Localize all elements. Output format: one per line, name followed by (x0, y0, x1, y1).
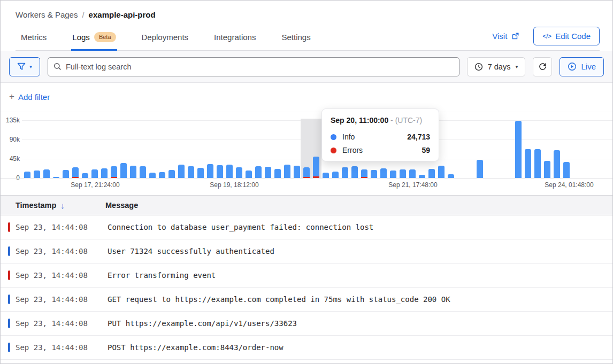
tab-deployments[interactable]: Deployments (141, 28, 190, 51)
chart-bar[interactable] (188, 166, 194, 178)
chart-bar[interactable] (43, 169, 50, 178)
sort-desc-icon: ↓ (60, 201, 65, 210)
log-row[interactable]: Sep 23, 14:44:08POST https://example.com… (1, 336, 612, 360)
chart-bar[interactable] (159, 172, 165, 178)
chart-bar[interactable] (342, 167, 348, 178)
add-filter-button[interactable]: + Add filter (9, 91, 50, 102)
chart-bar[interactable] (53, 177, 59, 178)
filter-button[interactable]: ▾ (9, 57, 40, 76)
chart-bar[interactable] (111, 166, 117, 178)
tab-label: Logs (72, 33, 90, 42)
visit-link[interactable]: Visit (492, 32, 519, 41)
chart-baseline (1, 178, 612, 179)
error-segment (313, 176, 319, 178)
code-icon: </> (542, 32, 551, 40)
chart-bar[interactable] (400, 169, 406, 178)
chart-bar[interactable] (63, 170, 69, 178)
chart-bar[interactable] (332, 172, 339, 178)
tooltip-rows: Info24,713Errors59 (331, 133, 430, 154)
chart-bar[interactable] (255, 166, 262, 178)
chart-bar[interactable] (515, 121, 522, 178)
error-segment (72, 177, 79, 178)
chart-bar[interactable] (371, 170, 377, 178)
chart-bar[interactable] (24, 172, 30, 178)
column-header-timestamp[interactable]: Timestamp ↓ (1, 201, 105, 210)
chart-bar[interactable] (409, 169, 416, 178)
chart-bar[interactable] (265, 167, 271, 178)
tab-settings[interactable]: Settings (280, 28, 311, 51)
time-range-button[interactable]: 7 days ▾ (467, 57, 526, 76)
tooltip-series-value: 24,713 (407, 133, 430, 141)
timestamp-cell: Sep 23, 14:44:08 (10, 295, 108, 304)
tooltip-series-label: Info (342, 133, 355, 141)
chart-bar[interactable] (419, 175, 425, 178)
time-range-label: 7 days (488, 63, 511, 71)
chart-bar[interactable] (544, 161, 550, 178)
chart-bar[interactable] (313, 157, 319, 178)
chart-bar[interactable] (361, 169, 367, 178)
refresh-button[interactable] (533, 57, 552, 76)
chart-bar[interactable] (91, 169, 98, 178)
chart-bar[interactable] (207, 164, 213, 178)
chart-bar[interactable] (380, 168, 387, 178)
chart-bar[interactable] (448, 174, 454, 178)
chart-bar[interactable] (168, 170, 175, 178)
tab-logs[interactable]: LogsBeta (71, 28, 117, 51)
chart-bar[interactable] (101, 168, 108, 178)
tab-integrations[interactable]: Integrations (213, 28, 257, 51)
visit-label: Visit (492, 32, 507, 41)
log-row[interactable]: Sep 23, 14:44:08GET request to https://e… (1, 288, 612, 312)
table-body: Sep 23, 14:44:08Connection to database u… (1, 215, 612, 360)
edit-code-button[interactable]: </> Edit Code (533, 27, 600, 45)
timestamp-cell: Sep 23, 14:44:08 (10, 247, 108, 255)
x-axis-label: Sep 17, 21:24:00 (71, 181, 119, 189)
chart-bar[interactable] (274, 169, 281, 178)
chart-bar[interactable] (130, 166, 136, 178)
chart-bar[interactable] (72, 167, 79, 178)
chart-bar[interactable] (534, 149, 541, 178)
workers-logs-page: Workers & Pages / example-api-prod Metri… (0, 0, 613, 364)
legend-dot (331, 134, 336, 140)
chart-bar[interactable] (390, 171, 396, 178)
chart-bar[interactable] (197, 168, 204, 178)
search-input[interactable] (66, 63, 454, 71)
chart-bar[interactable] (178, 165, 185, 178)
chart-bar[interactable] (563, 162, 570, 178)
refresh-icon (538, 62, 547, 71)
message-cell: GET request to https://example.com compl… (108, 295, 450, 304)
funnel-icon (17, 63, 26, 71)
chart-bar[interactable] (217, 165, 223, 178)
chart-bar[interactable] (140, 166, 146, 178)
column-header-message: Message (105, 201, 138, 210)
log-row[interactable]: Sep 23, 14:44:08User 71324 successfully … (1, 239, 612, 264)
tooltip-title: Sep 20, 11:00:00 - (UTC-7) (331, 116, 430, 125)
chart-bar[interactable] (236, 167, 242, 178)
filter-toolbar: ▾ 7 days ▾ Live (1, 51, 612, 83)
chart-bar[interactable] (294, 166, 300, 178)
chart-bar[interactable] (226, 165, 233, 178)
tab-metrics[interactable]: Metrics (20, 28, 48, 51)
log-row[interactable]: Sep 23, 14:44:08PUT https://example.com/… (1, 312, 612, 336)
y-axis-label: 135k (1, 117, 20, 124)
chart-bar[interactable] (82, 173, 88, 178)
log-row[interactable]: Sep 23, 14:44:08Error transforming event (1, 264, 612, 288)
external-link-icon (511, 32, 519, 40)
chart-bar[interactable] (284, 165, 290, 178)
tab-row: MetricsLogsBetaDeploymentsIntegrationsSe… (16, 27, 600, 51)
log-row[interactable]: Sep 23, 14:44:08Connection to database u… (1, 215, 612, 239)
chart-bar[interactable] (34, 171, 40, 178)
chart-bar[interactable] (323, 173, 329, 178)
chart-bar[interactable] (554, 150, 560, 178)
chart-bar[interactable] (477, 160, 483, 178)
live-button[interactable]: Live (560, 57, 604, 76)
chart-bar[interactable] (303, 167, 310, 178)
plus-icon: + (9, 91, 14, 102)
chart-bar[interactable] (438, 166, 445, 178)
chart-bar[interactable] (246, 171, 252, 178)
breadcrumb-section[interactable]: Workers & Pages (16, 10, 78, 19)
chart-bar[interactable] (428, 169, 435, 178)
chart-bar[interactable] (351, 166, 358, 178)
chart-bar[interactable] (120, 163, 127, 178)
chart-bar[interactable] (149, 173, 156, 178)
chart-bar[interactable] (525, 149, 531, 178)
